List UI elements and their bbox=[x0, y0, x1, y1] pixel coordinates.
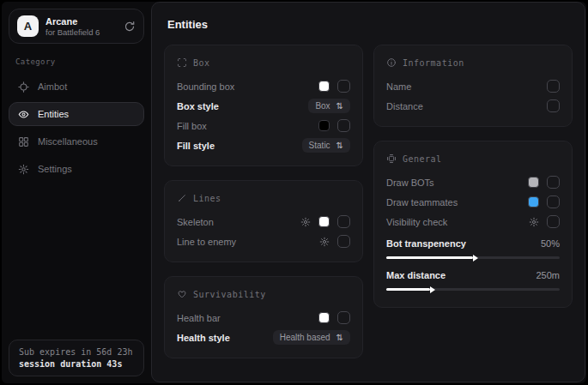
draw-bots-color-swatch[interactable] bbox=[528, 177, 539, 188]
slider-fill bbox=[386, 288, 430, 291]
draw-teammates-checkbox[interactable] bbox=[547, 196, 560, 208]
visibility-check-checkbox[interactable] bbox=[547, 215, 560, 228]
updown-arrows-icon: ⇅ bbox=[336, 334, 343, 342]
category-label: Category bbox=[15, 57, 137, 66]
slider-value: 50% bbox=[541, 238, 560, 249]
row-health-style: Health style Health based ⇅ bbox=[177, 328, 350, 347]
heart-icon bbox=[177, 289, 187, 299]
distance-checkbox[interactable] bbox=[547, 99, 560, 112]
fill-style-dropdown[interactable]: Static ⇅ bbox=[302, 138, 350, 153]
page-title: Entities bbox=[167, 18, 574, 31]
row-max-distance: Max distance 250m bbox=[386, 265, 560, 285]
dropdown-value: Box bbox=[315, 101, 330, 111]
row-bounding-box: Bounding box bbox=[177, 76, 350, 96]
setting-label: Fill box bbox=[177, 121, 207, 131]
app-name: Arcane bbox=[45, 16, 100, 27]
right-column: Information Name Distance bbox=[373, 45, 573, 358]
card-information-header: Information bbox=[386, 57, 560, 68]
sidebar-item-label: Aimbot bbox=[38, 81, 67, 92]
app-window: A Arcane for Battlefield 6 Category bbox=[0, 0, 588, 385]
app-subtitle: for Battlefield 6 bbox=[45, 27, 100, 37]
setting-label: Draw BOTs bbox=[386, 177, 434, 188]
updown-arrows-icon: ⇅ bbox=[336, 102, 343, 111]
health-bar-checkbox[interactable] bbox=[337, 311, 350, 324]
setting-label: Health style bbox=[177, 333, 230, 343]
card-survivability-header: Survivability bbox=[177, 289, 350, 299]
setting-label: Max distance bbox=[386, 270, 446, 280]
bounding-box-color-swatch[interactable] bbox=[318, 81, 330, 92]
card-information: Information Name Distance bbox=[373, 45, 573, 127]
sidebar-item-label: Settings bbox=[38, 164, 72, 174]
health-bar-color-swatch[interactable] bbox=[318, 312, 330, 323]
scan-box-icon bbox=[177, 57, 187, 68]
skeleton-checkbox[interactable] bbox=[337, 215, 350, 228]
dropdown-value: Static bbox=[309, 141, 330, 150]
slider-value: 250m bbox=[536, 270, 560, 280]
fill-box-color-swatch[interactable] bbox=[318, 120, 330, 131]
brand-card: A Arcane for Battlefield 6 bbox=[9, 9, 144, 44]
sub-expiry-text: Sub expires in 56d 23h bbox=[19, 347, 134, 357]
sidebar-item-miscellaneous[interactable]: Miscellaneous bbox=[9, 129, 144, 153]
refresh-icon[interactable] bbox=[124, 21, 136, 33]
max-distance-slider[interactable] bbox=[386, 288, 560, 291]
card-general: General Draw BOTs Draw teammates bbox=[373, 141, 573, 308]
line-to-enemy-checkbox[interactable] bbox=[337, 235, 350, 248]
fill-box-checkbox[interactable] bbox=[337, 119, 350, 132]
row-draw-bots: Draw BOTs bbox=[386, 172, 560, 192]
box-style-dropdown[interactable]: Box ⇅ bbox=[308, 99, 350, 113]
setting-label: Skeleton bbox=[177, 217, 214, 227]
setting-label: Bounding box bbox=[177, 81, 234, 92]
sidebar-item-aimbot[interactable]: Aimbot bbox=[9, 75, 144, 99]
eye-icon bbox=[18, 109, 29, 120]
skeleton-settings-gear-icon[interactable] bbox=[300, 217, 311, 227]
brand-text: Arcane for Battlefield 6 bbox=[45, 16, 100, 37]
sidebar-item-settings[interactable]: Settings bbox=[9, 157, 144, 181]
row-draw-teammates: Draw teammates bbox=[386, 192, 560, 212]
grid-dots-icon bbox=[386, 153, 397, 164]
sidebar-item-label: Miscellaneous bbox=[38, 136, 98, 147]
setting-label: Line to enemy bbox=[177, 237, 236, 247]
main-panel: Entities Box Bounding box bbox=[151, 2, 585, 382]
card-title: General bbox=[403, 154, 442, 164]
gear-icon bbox=[18, 164, 29, 175]
grid-icon bbox=[18, 136, 29, 147]
bot-transparency-slider-block: Bot transpenency 50% bbox=[386, 233, 560, 259]
app-logo: A bbox=[17, 15, 39, 37]
sidebar-nav: Aimbot Entities Miscellaneous bbox=[9, 73, 144, 183]
row-line-to-enemy: Line to enemy bbox=[177, 232, 350, 251]
draw-teammates-color-swatch[interactable] bbox=[528, 196, 539, 208]
session-duration-text: session duration 43s bbox=[19, 359, 134, 369]
row-box-style: Box style Box ⇅ bbox=[177, 96, 350, 116]
card-general-header: General bbox=[386, 153, 560, 164]
row-visibility-check: Visibility check bbox=[386, 212, 560, 232]
card-title: Box bbox=[193, 58, 210, 68]
card-survivability: Survivability Health bar Health style He… bbox=[164, 276, 363, 358]
sidebar: A Arcane for Battlefield 6 Category bbox=[2, 2, 151, 383]
card-title: Lines bbox=[193, 194, 221, 203]
row-skeleton: Skeleton bbox=[177, 212, 350, 232]
setting-label: Box style bbox=[177, 101, 219, 111]
draw-bots-checkbox[interactable] bbox=[547, 176, 560, 189]
setting-label: Fill style bbox=[177, 141, 215, 151]
updown-arrows-icon: ⇅ bbox=[336, 141, 343, 150]
subscription-info: Sub expires in 56d 23h session duration … bbox=[9, 340, 144, 376]
card-lines: Lines Skeleton bbox=[164, 180, 363, 262]
left-column: Box Bounding box Box style Box ⇅ bbox=[164, 45, 363, 358]
setting-label: Visibility check bbox=[386, 217, 447, 227]
row-bot-transparency: Bot transpenency 50% bbox=[386, 233, 560, 253]
visibility-check-settings-gear-icon[interactable] bbox=[529, 217, 539, 227]
card-columns: Box Bounding box Box style Box ⇅ bbox=[162, 45, 574, 358]
row-fill-style: Fill style Static ⇅ bbox=[177, 135, 350, 155]
sidebar-item-entities[interactable]: Entities bbox=[9, 102, 144, 126]
setting-label: Name bbox=[386, 81, 411, 92]
skeleton-color-swatch[interactable] bbox=[318, 216, 330, 227]
health-style-dropdown[interactable]: Health based ⇅ bbox=[273, 330, 350, 345]
name-checkbox[interactable] bbox=[547, 80, 560, 93]
logo-letter: A bbox=[24, 20, 32, 33]
info-icon bbox=[386, 57, 397, 68]
line-to-enemy-settings-gear-icon[interactable] bbox=[319, 237, 330, 247]
bot-transparency-slider[interactable] bbox=[386, 256, 560, 259]
setting-label: Bot transpenency bbox=[386, 238, 466, 249]
bounding-box-checkbox[interactable] bbox=[337, 80, 350, 93]
crosshair-icon bbox=[18, 81, 29, 93]
